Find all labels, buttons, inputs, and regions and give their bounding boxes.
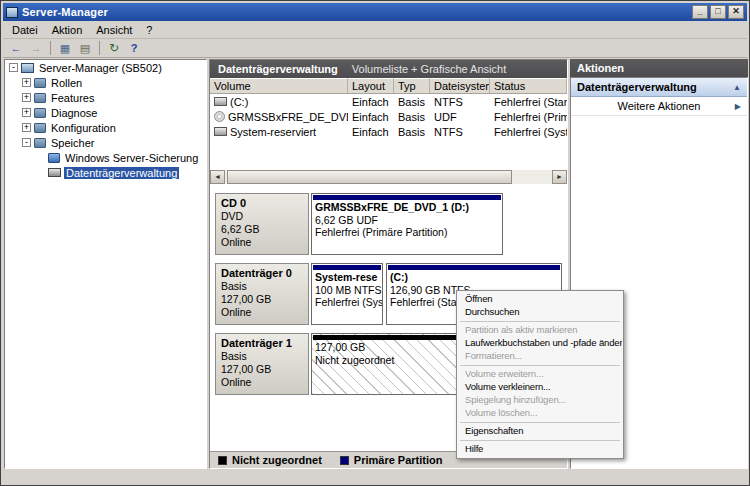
scroll-right-button[interactable]: ►: [552, 170, 567, 184]
work-area: - Server-Manager (SB502) + Rollen + Feat…: [4, 59, 748, 469]
sidebar-item-features[interactable]: + Features: [5, 90, 206, 105]
window-title: Server-Manager: [22, 6, 690, 18]
disk-info-1[interactable]: Datenträger 1 Basis 127,00 GB Online: [215, 333, 309, 395]
menu-separator: [460, 321, 620, 322]
legend-unallocated: Nicht zugeordnet: [218, 454, 322, 466]
tree-root-server-manager[interactable]: - Server-Manager (SB502): [5, 60, 206, 75]
table-row-c[interactable]: (C:) Einfach Basis NTFS Fehlerfrei (Star…: [210, 94, 567, 109]
close-button[interactable]: ✕: [728, 5, 744, 19]
backup-icon: [48, 153, 60, 163]
collapse-caret-icon[interactable]: ▲: [733, 83, 741, 92]
column-header-volume[interactable]: Volume: [210, 78, 348, 93]
cell-layout: Einfach: [348, 96, 394, 108]
back-button[interactable]: ←: [7, 40, 25, 56]
expand-box-icon[interactable]: +: [22, 123, 31, 132]
menu-datei[interactable]: Datei: [5, 22, 45, 38]
menu-item-shrink-volume[interactable]: Volume verkleinern...: [458, 381, 622, 394]
context-menu: Öffnen Durchsuchen Partition als aktiv m…: [456, 290, 624, 459]
partition-system-reserviert[interactable]: System-rese 100 MB NTFS Fehlerfrei (Syst: [311, 263, 383, 325]
disk-name: CD 0: [221, 197, 303, 210]
column-header-layout[interactable]: Layout: [348, 78, 394, 93]
disk-name: Datenträger 0: [221, 267, 303, 280]
menu-item-add-mirror: Spiegelung hinzufügen...: [458, 394, 622, 407]
maximize-button[interactable]: □: [710, 5, 726, 19]
menu-item-browse[interactable]: Durchsuchen: [458, 306, 622, 319]
menu-item-help[interactable]: Hilfe: [458, 443, 622, 456]
scrollbar-track[interactable]: [225, 170, 552, 184]
legend-swatch-primary: [340, 456, 349, 465]
app-icon: [6, 7, 18, 18]
legend-primary-partition: Primäre Partition: [340, 454, 443, 466]
cell-volume: GRMSSBxFRE_DE_DVD_1 (D:): [228, 111, 348, 123]
table-row-dvd[interactable]: GRMSSBxFRE_DE_DVD_1 (D:) Einfach Basis U…: [210, 109, 567, 124]
menu-ansicht[interactable]: Ansicht: [89, 22, 139, 38]
sidebar-item-rollen[interactable]: + Rollen: [5, 75, 206, 90]
tree-item-label: Features: [49, 92, 96, 104]
console-tree-panel: - Server-Manager (SB502) + Rollen + Feat…: [4, 59, 207, 469]
help-button[interactable]: ?: [125, 40, 143, 56]
actions-section-datentraegerverwaltung[interactable]: Datenträgerverwaltung ▲: [571, 78, 747, 97]
disk-info-cd0[interactable]: CD 0 DVD 6,62 GB Online: [215, 193, 309, 255]
menu-item-properties[interactable]: Eigenschaften: [458, 425, 622, 438]
server-icon: [21, 63, 34, 73]
toolbar: ← → ▦ ▤ ↻ ?: [3, 39, 747, 58]
legend-swatch-unallocated: [218, 456, 227, 465]
column-header-typ[interactable]: Typ: [394, 78, 430, 93]
menu-item-format: Formatieren...: [458, 350, 622, 363]
toolbar-separator: [50, 41, 51, 55]
table-empty-area: [210, 139, 567, 170]
column-header-status[interactable]: Status: [490, 78, 567, 93]
pane-header: Datenträgerverwaltung Volumeliste + Graf…: [210, 60, 567, 78]
disk-size: 127,00 GB: [221, 293, 303, 306]
sidebar-item-speicher[interactable]: - Speicher: [5, 135, 206, 150]
disk-state: Online: [221, 236, 303, 249]
partition-dvd-d[interactable]: GRMSSBxFRE_DE_DVD_1 (D:) 6,62 GB UDF Feh…: [311, 193, 503, 255]
sidebar-item-konfiguration[interactable]: + Konfiguration: [5, 120, 206, 135]
cell-typ: Basis: [394, 96, 430, 108]
tree-item-label: Rollen: [49, 77, 84, 89]
status-bar: [3, 469, 747, 483]
disk-kind: DVD: [221, 210, 303, 223]
scrollbar-thumb[interactable]: [227, 170, 512, 184]
forward-button[interactable]: →: [27, 40, 45, 56]
expand-box-icon[interactable]: +: [22, 93, 31, 102]
menu-item-change-drive-letter[interactable]: Laufwerkbuchstaben und -pfade ändern...: [458, 337, 622, 350]
minimize-button[interactable]: _: [692, 5, 708, 19]
expand-box-icon[interactable]: +: [22, 108, 31, 117]
cell-volume: System-reserviert: [230, 126, 316, 138]
cell-layout: Einfach: [348, 126, 394, 138]
cd-icon: [214, 111, 225, 122]
volume-table: (C:) Einfach Basis NTFS Fehlerfrei (Star…: [210, 94, 567, 139]
partition-status: Fehlerfrei (Primäre Partition): [315, 226, 499, 239]
export-list-button[interactable]: ▤: [76, 40, 94, 56]
sidebar-item-datentraegerverwaltung[interactable]: Datenträgerverwaltung: [5, 165, 206, 180]
table-row-system-reserviert[interactable]: System-reserviert Einfach Basis NTFS Feh…: [210, 124, 567, 139]
disk-info-0[interactable]: Datenträger 0 Basis 127,00 GB Online: [215, 263, 309, 325]
partition-size: 100 MB NTFS: [315, 284, 379, 297]
refresh-button[interactable]: ↻: [105, 40, 123, 56]
expand-box-icon[interactable]: +: [22, 78, 31, 87]
title-bar: Server-Manager _ □ ✕: [3, 3, 747, 21]
collapse-box-icon[interactable]: -: [22, 138, 31, 147]
export-list-icon: ▤: [80, 42, 90, 55]
collapse-box-icon[interactable]: -: [9, 63, 18, 72]
menu-item-mark-partition-active: Partition als aktiv markieren: [458, 324, 622, 337]
menu-hilfe[interactable]: ?: [139, 22, 159, 38]
column-header-dateisystem[interactable]: Dateisystem: [430, 78, 490, 93]
table-horizontal-scrollbar[interactable]: ◄ ►: [210, 170, 567, 184]
more-actions-label: Weitere Aktionen: [618, 100, 701, 112]
cell-volume: (C:): [230, 96, 248, 108]
menu-separator: [460, 422, 620, 423]
menu-aktion[interactable]: Aktion: [45, 22, 90, 38]
legend-label: Primäre Partition: [354, 454, 443, 466]
menu-item-open[interactable]: Öffnen: [458, 293, 622, 306]
tree-item-label: Windows Server-Sicherung: [63, 152, 200, 164]
scroll-left-button[interactable]: ◄: [210, 170, 225, 184]
more-actions-item[interactable]: Weitere Aktionen ▶: [571, 97, 747, 116]
sidebar-item-diagnose[interactable]: + Diagnose: [5, 105, 206, 120]
sidebar-item-windows-server-sicherung[interactable]: Windows Server-Sicherung: [5, 150, 206, 165]
disk-size: 127,00 GB: [221, 363, 303, 376]
console-tree-button[interactable]: ▦: [56, 40, 74, 56]
actions-header: Aktionen: [570, 59, 748, 77]
refresh-icon: ↻: [109, 41, 119, 55]
